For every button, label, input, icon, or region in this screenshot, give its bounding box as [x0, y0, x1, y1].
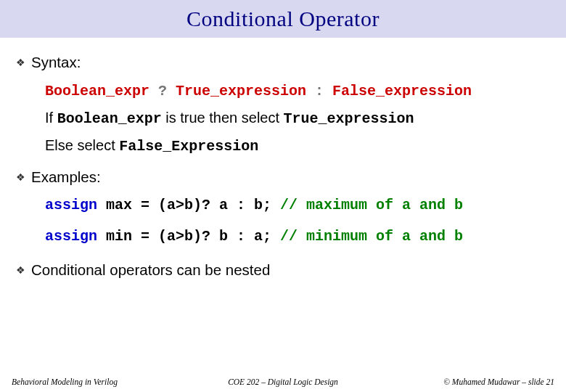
desc-else: Else select: [45, 137, 119, 153]
ex2-comment: // minimum of a and b: [280, 228, 463, 245]
desc-be: Boolean_expr: [57, 110, 162, 127]
syntax-colon: :: [306, 83, 332, 99]
bullet-nested: ❖Conditional operators can be nested: [16, 261, 550, 279]
example-1: assign max = (a>b)? a : b; // maximum of…: [45, 196, 550, 214]
desc-mid: is true then select: [162, 110, 284, 126]
diamond-icon: ❖: [16, 264, 25, 276]
slide-body: ❖Syntax: Boolean_expr ? True_expression …: [0, 38, 566, 279]
syntax-te: True_expression: [176, 83, 306, 99]
syntax-expression: Boolean_expr ? True_expression : False_e…: [45, 82, 550, 100]
example-2: assign min = (a>b)? b : a; // minimum of…: [45, 227, 550, 245]
ex1-comment: // maximum of a and b: [280, 197, 463, 213]
ex2-assign: assign: [45, 228, 97, 245]
bullet-label: Conditional operators can be nested: [31, 261, 270, 278]
syntax-fe: False_expression: [332, 83, 472, 99]
desc-fe: False_Expression: [119, 138, 258, 155]
diamond-icon: ❖: [16, 171, 25, 183]
bullet-label: Syntax:: [31, 54, 81, 70]
bullet-syntax: ❖Syntax:: [16, 54, 550, 72]
desc-if: If: [45, 110, 57, 126]
bullet-label: Examples:: [31, 168, 101, 185]
desc-if-line: If Boolean_expr is true then select True…: [45, 109, 550, 128]
syntax-be: Boolean_expr: [45, 83, 149, 99]
slide-footer: Behavioral Modeling in Verilog COE 202 –…: [0, 377, 566, 386]
ex1-body: max = (a>b)? a : b;: [97, 197, 280, 213]
slide-title: Conditional Operator: [0, 0, 566, 38]
desc-te: True_expression: [284, 110, 414, 127]
ex1-assign: assign: [45, 197, 97, 213]
footer-center: COE 202 – Digital Logic Design: [0, 377, 566, 386]
diamond-icon: ❖: [16, 57, 25, 68]
desc-else-line: Else select False_Expression: [45, 136, 550, 155]
syntax-q: ?: [149, 83, 176, 99]
ex2-body: min = (a>b)? b : a;: [97, 228, 280, 245]
bullet-examples: ❖Examples:: [16, 168, 550, 187]
